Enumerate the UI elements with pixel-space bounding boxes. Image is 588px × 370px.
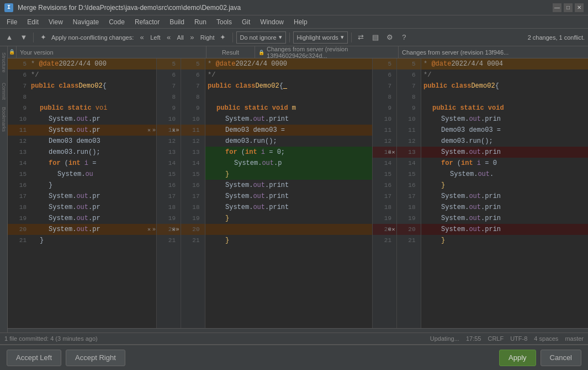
double-right-icon-2[interactable]: »	[176, 227, 179, 233]
left-side-tabs: Structure Commit Bookmarks	[0, 46, 8, 333]
x-icon-3[interactable]: ✕	[391, 149, 395, 155]
cancel-button[interactable]: Cancel	[541, 350, 581, 366]
cg-rn-5: 5	[181, 58, 205, 69]
center-code-20	[205, 224, 372, 235]
rg-rn-17: 17	[397, 191, 421, 202]
highlight-words-dropdown[interactable]: Highlight words ▾	[293, 31, 348, 44]
cg-rn-12: 12	[181, 136, 205, 147]
menu-help[interactable]: Help	[289, 17, 312, 27]
apply-right-button[interactable]: »	[186, 31, 198, 44]
menu-edit[interactable]: Edit	[23, 17, 43, 27]
center-line-19: }	[205, 213, 372, 224]
apply-left-button[interactable]: «	[136, 31, 148, 44]
rg-rn-15: 15	[397, 169, 421, 180]
rg-rn-14: 14	[397, 158, 421, 169]
right-gutter: 5 6 7 8 9 10 11 12 13 « ✕	[373, 58, 421, 328]
center-gutter: 5 6 7 8 9 10 11 ✕ » 12	[157, 58, 205, 328]
apply-button[interactable]: Apply	[499, 350, 536, 366]
right-code-14: for (int i = 0	[421, 158, 588, 169]
rg-ln-18: 18	[373, 202, 396, 213]
menu-window[interactable]: Window	[256, 17, 288, 27]
x-icon-2[interactable]: ✕	[172, 226, 175, 233]
center-line-17: System.out.print	[205, 191, 372, 202]
double-left-icon-2[interactable]: «	[388, 227, 391, 233]
maximize-button[interactable]: □	[564, 3, 573, 12]
apply-all-button[interactable]: «	[163, 31, 175, 44]
center-pane: * @date 2022/4/4 0000 */ public class De…	[205, 58, 373, 328]
right-code-8	[421, 92, 588, 103]
help-button[interactable]: ?	[398, 31, 410, 44]
menu-refactor[interactable]: Refactor	[130, 17, 164, 27]
double-right-icon[interactable]: »	[176, 127, 179, 133]
menu-code[interactable]: Code	[104, 17, 129, 27]
all-label: All	[177, 34, 184, 41]
menu-build[interactable]: Build	[165, 17, 189, 27]
structure-tab[interactable]: Structure	[1, 49, 7, 76]
bookmarks-tab[interactable]: Bookmarks	[1, 106, 7, 133]
accept-left-btn-20[interactable]: ✕	[147, 226, 151, 233]
accept-right-btn-11[interactable]: »	[152, 127, 156, 133]
cg-ln-6: 6	[157, 69, 181, 81]
prev-change-button[interactable]: ▲	[3, 31, 15, 44]
menu-navigate[interactable]: Navigate	[68, 17, 103, 27]
conflict-actions-11: ✕ »	[147, 127, 156, 133]
app-icon: I	[4, 3, 13, 12]
x-icon[interactable]: ✕	[172, 127, 175, 133]
center-code-16: System.out.print	[205, 180, 372, 191]
menu-view[interactable]: View	[44, 17, 67, 27]
minimize-button[interactable]: —	[553, 3, 561, 12]
rg-rn-18: 18	[397, 202, 421, 213]
right-label: Right	[200, 34, 215, 41]
close-button[interactable]: ✕	[575, 3, 584, 12]
center-code-5: * @date 2022/4/4 0000	[205, 58, 372, 69]
magic2-button[interactable]: ✦	[217, 31, 229, 44]
apply-magic-button[interactable]: ✦	[37, 31, 49, 44]
x-icon-4[interactable]: ✕	[391, 226, 395, 233]
commit-tab[interactable]: Commit	[1, 77, 7, 105]
menu-file[interactable]: File	[2, 17, 22, 27]
right-code-20: System.out.prin	[421, 224, 588, 235]
rg-rn-20: 20	[397, 224, 421, 235]
rg-ln-10: 10	[373, 114, 396, 125]
cg-ln-16: 16	[157, 180, 181, 191]
double-left-icon[interactable]: «	[388, 149, 391, 155]
status-center: Updating...	[430, 335, 459, 342]
columns-button[interactable]: ▤	[369, 31, 382, 44]
cg-rn-13: 13	[181, 147, 205, 158]
accept-left-button[interactable]: Accept Left	[7, 350, 61, 366]
accept-right-button[interactable]: Accept Right	[66, 350, 125, 366]
left-line-18: 18 System.out.pr	[8, 202, 156, 213]
menu-tools[interactable]: Tools	[212, 17, 236, 27]
left-line-7: 7 public class Demo02 {	[8, 81, 156, 92]
ignore-dropdown[interactable]: Do not ignore ▾	[236, 31, 286, 44]
right-line-19: System.out.prin	[421, 213, 588, 224]
server-changes-header: 🔒 Changes from server (revision 13f94602…	[255, 46, 399, 58]
settings-icon[interactable]: ⚙	[384, 31, 396, 44]
next-change-button[interactable]: ▼	[18, 31, 30, 44]
toolbar-separator-2	[232, 33, 233, 42]
right-line-15: System.out.	[421, 169, 588, 180]
left-line-14: 14 for (int i =	[8, 158, 156, 169]
cg-rn-6: 6	[181, 69, 205, 81]
status-time: 17:55	[466, 335, 481, 342]
content-area: Structure Commit Bookmarks 🔒 Your versio…	[0, 46, 588, 333]
accept-left-btn-11[interactable]: ✕	[147, 127, 151, 133]
center-line-9: public static void m	[205, 103, 372, 114]
rg-rn-6: 6	[397, 69, 421, 81]
cg-ln-19: 19	[157, 213, 181, 224]
toolbar: ▲ ▼ ✦ Apply non-conflicting changes: « L…	[0, 29, 588, 46]
accept-right-btn-20[interactable]: »	[152, 227, 156, 233]
center-code-18: System.out.print	[205, 202, 372, 213]
left-line-21: 21 }	[8, 235, 156, 246]
menu-git[interactable]: Git	[237, 17, 255, 27]
rg-ln-11: 11	[373, 125, 396, 136]
right-pane: * @date 2022/4/4 0004 */ public class De…	[421, 58, 588, 328]
diff-options-button[interactable]: ⇄	[355, 31, 367, 44]
horizontal-scrollbar[interactable]	[8, 328, 588, 333]
toolbar-separator-3	[289, 33, 290, 42]
cg-ln-7: 7	[157, 81, 181, 92]
right-line-18: System.out.prin	[421, 202, 588, 213]
menu-run[interactable]: Run	[190, 17, 211, 27]
conflict-actions-20: ✕ »	[147, 226, 156, 233]
rg-rn-8: 8	[397, 92, 421, 103]
